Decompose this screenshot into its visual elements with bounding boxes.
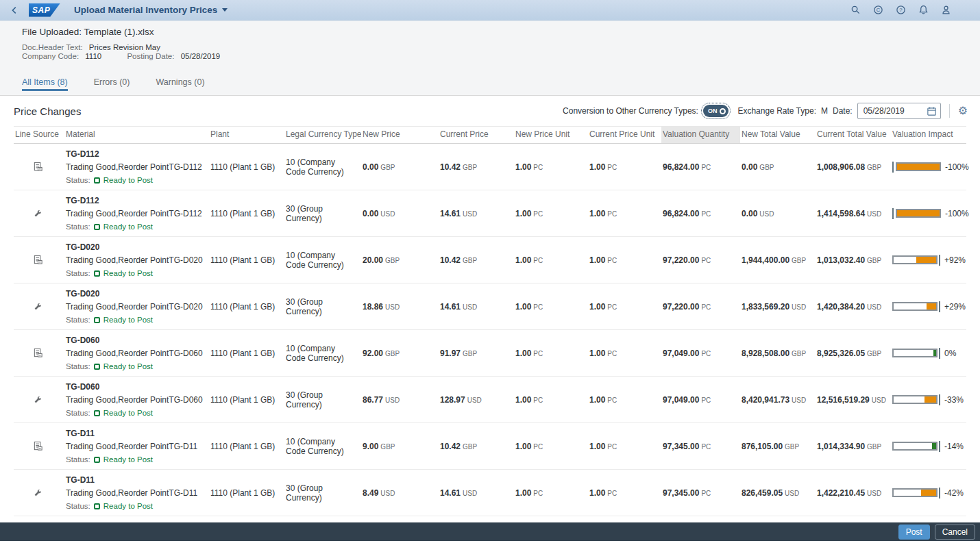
- material-code: TG-D11: [66, 475, 205, 485]
- shell-bar: SAP Upload Material Inventory Prices C ?: [0, 0, 980, 21]
- help-icon[interactable]: ?: [896, 5, 906, 15]
- current-price-unit-uom: PC: [607, 210, 617, 218]
- new-price-value: 92.00: [363, 349, 383, 358]
- status-label: Status:: [66, 455, 90, 464]
- table-row[interactable]: TG-D11 Trading Good,Reorder PointTG-D11 …: [14, 470, 966, 516]
- tab-all-items[interactable]: All Items (8): [22, 68, 68, 95]
- current-price-unit-value: 1.00: [589, 302, 605, 312]
- currency-type-cell: 30 (Group Currency): [284, 283, 361, 330]
- new-price-unit-value: 1.00: [515, 395, 531, 405]
- status-line: Status: Ready to Post: [66, 223, 205, 231]
- status-label: Status:: [66, 316, 90, 324]
- table-row[interactable]: TG-D020 Trading Good,Reorder PointTG-D02…: [14, 283, 966, 330]
- impact-threshold-line: [892, 162, 894, 173]
- table-row[interactable]: TG-D060 Trading Good,Reorder PointTG-D06…: [14, 377, 966, 423]
- tab-warnings[interactable]: Warnings (0): [156, 68, 204, 95]
- current-price-value: 14.61: [440, 302, 461, 312]
- current-price-currency: GBP: [463, 350, 477, 357]
- user-icon[interactable]: [941, 5, 951, 15]
- current-price-currency: USD: [463, 303, 477, 311]
- post-button[interactable]: Post: [898, 525, 930, 540]
- impact-chart: -100%: [892, 162, 962, 173]
- impact-threshold-line: [939, 394, 940, 405]
- new-total-value: 8,928,508.00: [742, 349, 789, 358]
- impact-bar-fill: [897, 210, 940, 216]
- search-icon[interactable]: [850, 5, 861, 15]
- settings-gear-icon[interactable]: ⚙: [958, 105, 968, 116]
- impact-bar-track: [892, 488, 938, 497]
- status-line: Status: Ready to Post: [66, 362, 205, 370]
- col-line-source[interactable]: Line Source: [14, 127, 64, 144]
- valuation-quantity-value: 97,049.00: [663, 349, 699, 358]
- col-legal-currency-type[interactable]: Legal Currency Type: [284, 127, 361, 144]
- table-row[interactable]: TG-D11 Trading Good,Reorder PointTG-D11 …: [14, 423, 966, 470]
- current-total-value: 8,925,326.05: [817, 349, 865, 358]
- calendar-icon[interactable]: [927, 106, 937, 116]
- back-button[interactable]: [10, 5, 19, 15]
- table-row[interactable]: TG-D112 Trading Good,Reorder PointTG-D11…: [14, 190, 966, 237]
- material-code: TG-D020: [66, 242, 205, 252]
- impact-bar-track: [896, 209, 941, 218]
- valuation-quantity-value: 96,824.00: [663, 209, 699, 218]
- col-plant[interactable]: Plant: [209, 127, 284, 144]
- table-row[interactable]: TG-D020 Trading Good,Reorder PointTG-D02…: [14, 237, 966, 283]
- price-changes-table: Line Source Material Plant Legal Currenc…: [14, 126, 966, 516]
- current-price-value: 14.61: [440, 209, 461, 218]
- current-total-currency: USD: [872, 396, 886, 404]
- new-price-currency: GBP: [380, 164, 395, 171]
- status-checkbox-icon: [94, 364, 100, 370]
- col-valuation-impact[interactable]: Valuation Impact: [891, 127, 966, 144]
- impact-bar-track: [892, 255, 938, 264]
- impact-bar-track: [896, 162, 941, 171]
- impact-percent-label: +92%: [944, 255, 966, 265]
- date-input[interactable]: [863, 106, 927, 116]
- col-current-price[interactable]: Current Price: [439, 127, 514, 144]
- material-description: Trading Good,Reorder PointTG-D060: [66, 395, 205, 405]
- material-code: TG-D020: [66, 289, 205, 299]
- sap-logo[interactable]: SAP: [29, 3, 60, 17]
- currency-type-cell: 10 (Company Code Currency): [284, 330, 361, 377]
- col-new-price[interactable]: New Price: [361, 127, 439, 144]
- tab-errors[interactable]: Errors (0): [94, 68, 130, 95]
- posting-date-label: Posting Date:: [127, 52, 174, 60]
- new-price-currency: GBP: [385, 350, 400, 357]
- col-new-total-value[interactable]: New Total Value: [740, 127, 816, 144]
- conversion-toggle[interactable]: ON: [703, 105, 729, 117]
- current-price-currency: USD: [463, 210, 477, 218]
- status-value: Ready to Post: [103, 409, 153, 417]
- impact-threshold-line: [892, 208, 894, 219]
- current-price-unit-value: 1.00: [589, 162, 605, 172]
- status-value: Ready to Post: [103, 223, 153, 231]
- app-title-menu[interactable]: Upload Material Inventory Prices: [74, 5, 228, 15]
- material-description: Trading Good,Reorder PointTG-D11: [66, 442, 205, 451]
- new-price-currency: USD: [380, 210, 395, 218]
- copilot-icon[interactable]: C: [873, 5, 883, 15]
- impact-percent-label: +29%: [944, 302, 966, 312]
- new-price-value: 0.00: [363, 162, 378, 172]
- date-label: Date:: [833, 106, 853, 116]
- new-total-value: 1,944,400.00: [742, 255, 789, 265]
- col-valuation-quantity[interactable]: Valuation Quantity: [661, 127, 740, 144]
- new-price-unit-uom: PC: [533, 164, 543, 171]
- current-total-value: 1,014,334.90: [817, 442, 865, 451]
- table-row[interactable]: TG-D060 Trading Good,Reorder PointTG-D06…: [14, 330, 966, 377]
- current-price-currency: USD: [467, 396, 482, 404]
- col-material[interactable]: Material: [64, 127, 209, 144]
- col-current-price-unit[interactable]: Current Price Unit: [588, 127, 661, 144]
- status-line: Status: Ready to Post: [66, 502, 205, 510]
- new-price-unit-uom: PC: [533, 443, 543, 451]
- valuation-quantity-value: 97,345.00: [663, 488, 699, 498]
- table-row[interactable]: TG-D112 Trading Good,Reorder PointTG-D11…: [14, 144, 966, 190]
- col-new-price-unit[interactable]: New Price Unit: [514, 127, 588, 144]
- valuation-quantity-uom: PC: [701, 443, 711, 451]
- cancel-button[interactable]: Cancel: [935, 525, 975, 540]
- new-price-currency: USD: [385, 396, 400, 404]
- status-line: Status: Ready to Post: [66, 176, 205, 184]
- material-code: TG-D060: [66, 336, 205, 345]
- notifications-icon[interactable]: [918, 5, 929, 15]
- col-current-total-value[interactable]: Current Total Value: [816, 127, 891, 144]
- posting-date-value: 05/28/2019: [181, 52, 221, 60]
- status-line: Status: Ready to Post: [66, 269, 205, 277]
- impact-bar-track: [892, 442, 938, 451]
- upload-info-header: File Uploaded: Template (1).xlsx Doc.Hea…: [0, 21, 980, 68]
